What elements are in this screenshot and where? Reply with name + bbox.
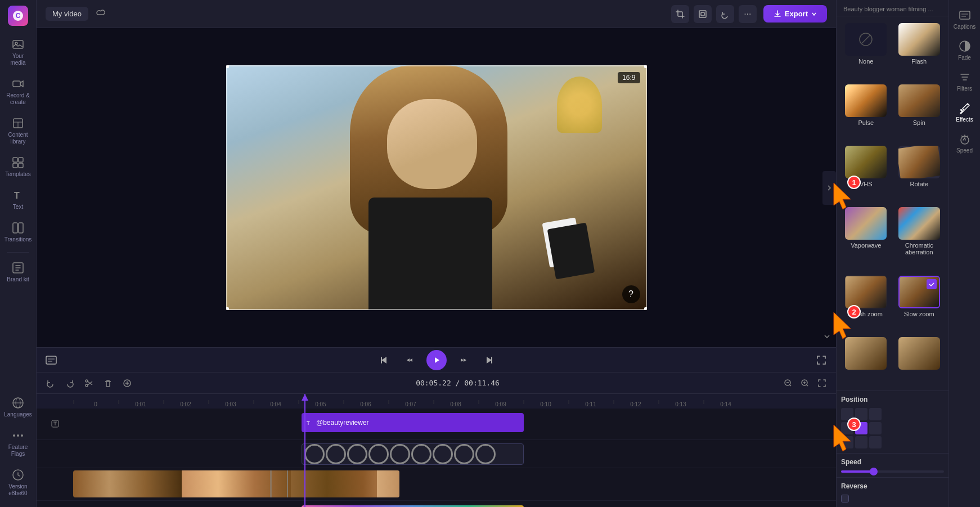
effect-extra-1[interactable] bbox=[841, 335, 891, 386]
effect-label-pulse: Pulse bbox=[858, 119, 874, 126]
reverse-checkbox[interactable] bbox=[841, 495, 849, 502]
sidebar-text-label: Text bbox=[13, 204, 23, 210]
pos-cell-br[interactable] bbox=[869, 436, 882, 448]
time-display: 00:05.22 / 00:11.46 bbox=[139, 379, 776, 387]
effect-label-vaporwave: Vaporwave bbox=[851, 242, 881, 249]
effect-none[interactable]: None bbox=[841, 21, 891, 79]
effect-spin[interactable]: Spin bbox=[894, 82, 945, 140]
corner-handle-tl[interactable] bbox=[226, 65, 229, 68]
export-button[interactable]: Export bbox=[763, 5, 827, 23]
pos-cell-tl[interactable] bbox=[841, 408, 853, 420]
zoom-out-btn[interactable] bbox=[781, 376, 795, 391]
fast-forward-btn[interactable] bbox=[456, 352, 471, 368]
ruler-mark-9: 0:09 bbox=[478, 401, 523, 407]
playhead[interactable] bbox=[304, 394, 305, 409]
far-right-captions[interactable]: Captions bbox=[950, 5, 980, 34]
ruler-mark-4: 0:04 bbox=[253, 401, 298, 407]
effect-extra-2[interactable] bbox=[894, 335, 945, 386]
add-media-btn[interactable] bbox=[120, 376, 134, 391]
effect-flash[interactable]: Flash bbox=[894, 21, 945, 79]
anim-clip[interactable] bbox=[302, 443, 524, 465]
pos-cell-tc[interactable] bbox=[855, 408, 867, 420]
app-logo[interactable]: C bbox=[8, 6, 28, 26]
effect-thumb-chromatic bbox=[898, 207, 940, 240]
undo-toolbar-btn[interactable] bbox=[716, 5, 734, 23]
cloud-icon[interactable] bbox=[95, 8, 105, 20]
anim-circle bbox=[475, 444, 496, 464]
effect-pulse[interactable]: Pulse bbox=[841, 82, 891, 140]
pos-cell-mr[interactable] bbox=[869, 422, 882, 434]
undo-btn[interactable] bbox=[43, 376, 58, 391]
help-button[interactable]: ? bbox=[622, 285, 640, 303]
crop-tool-btn[interactable] bbox=[671, 5, 689, 23]
corner-handle-tr[interactable] bbox=[644, 65, 647, 68]
sidebar-item-languages[interactable]: Languages bbox=[2, 392, 34, 423]
effect-chromatic[interactable]: Chromatic aberration bbox=[894, 205, 945, 270]
corner-handle-br[interactable] bbox=[644, 307, 647, 310]
anim-circle bbox=[368, 444, 389, 464]
video-track-content bbox=[73, 468, 836, 500]
svg-line-38 bbox=[862, 35, 870, 43]
effect-crash-zoom[interactable]: Crash zoom bbox=[841, 273, 891, 331]
effect-vaporwave[interactable]: Vaporwave bbox=[841, 205, 891, 270]
position-grid bbox=[841, 408, 882, 448]
sidebar-item-version[interactable]: Version e8be60 bbox=[2, 464, 34, 501]
text-clip-label: @beautyreviewer bbox=[316, 419, 369, 427]
project-name[interactable]: My video bbox=[46, 7, 88, 21]
speed-slider[interactable] bbox=[841, 470, 944, 473]
pos-cell-bl[interactable] bbox=[841, 436, 853, 448]
cut-btn[interactable] bbox=[82, 376, 96, 391]
far-right-fade[interactable]: Fade bbox=[950, 35, 980, 65]
anim-circle bbox=[326, 444, 346, 464]
rewind-btn[interactable] bbox=[402, 352, 417, 368]
video-preview: 16:9 ? bbox=[226, 65, 647, 310]
effect-vhs[interactable]: VHS bbox=[841, 143, 891, 201]
more-options-btn[interactable]: ··· bbox=[739, 5, 757, 23]
effect-thumb-pulse bbox=[845, 84, 887, 117]
effect-label-vhs: VHS bbox=[860, 181, 873, 187]
ruler-marks: 0 0:01 0:02 0:03 0:04 0:05 0:06 0:07 0:0… bbox=[37, 401, 836, 407]
delete-btn[interactable] bbox=[101, 376, 115, 391]
fullscreen-btn[interactable] bbox=[813, 352, 829, 368]
far-right-speed[interactable]: Speed bbox=[950, 128, 980, 158]
panel-collapse-btn[interactable] bbox=[822, 171, 836, 205]
text-clip[interactable]: T @beautyreviewer bbox=[302, 413, 524, 432]
effect-slow-zoom[interactable]: Slow zoom bbox=[894, 273, 945, 331]
sidebar-item-transitions[interactable]: Transitions bbox=[2, 217, 34, 248]
fit-timeline-btn[interactable] bbox=[815, 376, 829, 391]
speed-slider-thumb[interactable] bbox=[870, 468, 878, 475]
effect-thumb-none bbox=[845, 23, 887, 56]
pos-cell-ml[interactable] bbox=[841, 422, 853, 434]
scroll-down-indicator[interactable] bbox=[822, 332, 831, 343]
skip-forward-btn[interactable] bbox=[480, 352, 496, 368]
pos-cell-mc[interactable] bbox=[855, 422, 867, 434]
sidebar-item-more[interactable]: Feature Flags bbox=[2, 425, 34, 462]
effect-thumb-spin bbox=[898, 84, 940, 117]
frame-tool-btn[interactable] bbox=[694, 5, 712, 23]
sidebar-item-templates[interactable]: Templates bbox=[2, 152, 34, 182]
far-right-filters[interactable]: Filters bbox=[950, 66, 980, 96]
anim-track-row bbox=[37, 440, 836, 468]
corner-handle-bl[interactable] bbox=[226, 307, 229, 310]
speed-title: Speed bbox=[841, 458, 944, 466]
position-section: Position bbox=[837, 391, 948, 453]
redo-btn[interactable] bbox=[62, 376, 77, 391]
reverse-title: Reverse bbox=[841, 482, 944, 490]
skip-back-btn[interactable] bbox=[377, 352, 393, 368]
effect-rotate[interactable]: Rotate bbox=[894, 143, 945, 201]
far-right-effects[interactable]: Effects bbox=[950, 97, 980, 127]
svg-rect-10 bbox=[13, 163, 17, 168]
pos-cell-tr[interactable] bbox=[869, 408, 882, 420]
svg-text:T: T bbox=[307, 420, 310, 426]
play-button[interactable] bbox=[426, 350, 447, 370]
sidebar-item-record[interactable]: Record &create bbox=[2, 73, 34, 110]
sidebar-item-text[interactable]: T Text bbox=[2, 185, 34, 215]
zoom-in-btn[interactable] bbox=[798, 376, 812, 391]
sidebar-item-your-media[interactable]: Your media bbox=[2, 34, 34, 71]
caption-toggle-btn[interactable] bbox=[43, 352, 59, 368]
sidebar-record-label: Record &create bbox=[6, 92, 30, 106]
sidebar-item-content[interactable]: Content library bbox=[2, 113, 34, 150]
sidebar-item-brand-kit[interactable]: Brand kit bbox=[2, 257, 34, 288]
video-clip[interactable] bbox=[73, 470, 399, 497]
pos-cell-bc[interactable] bbox=[855, 436, 867, 448]
